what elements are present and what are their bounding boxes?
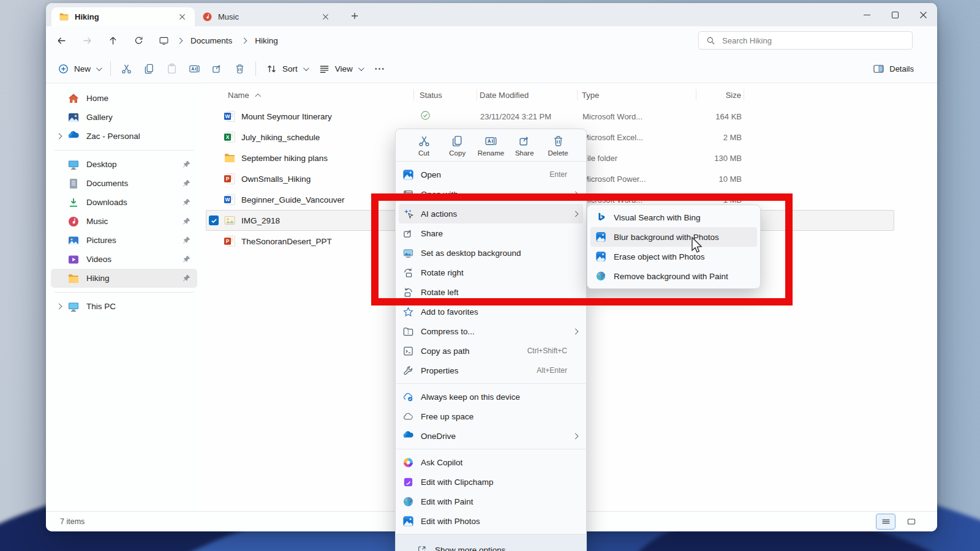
tab-close-icon[interactable] — [318, 10, 332, 24]
submenu-item-blur-background-with-photos[interactable]: Blur background with Photos — [590, 227, 757, 247]
sidebar-item-pictures[interactable]: Pictures — [51, 231, 197, 250]
column-header-size[interactable]: Size — [698, 91, 741, 100]
sidebar-item-hiking[interactable]: Hiking — [51, 269, 197, 288]
quick-action-delete[interactable]: Delete — [545, 135, 571, 157]
toolbar-button-rename[interactable] — [183, 58, 206, 79]
chevron-down-icon — [303, 65, 309, 71]
menu-item-edit-with-paint[interactable]: Edit with Paint — [399, 492, 583, 511]
sidebar-item-this-pc[interactable]: This PC — [51, 297, 197, 316]
separator — [55, 150, 194, 151]
toolbar-button-share[interactable] — [206, 58, 228, 79]
column-header-status[interactable]: Status — [420, 91, 480, 100]
back-button[interactable] — [51, 31, 72, 50]
toolbar-button-new[interactable]: New — [52, 58, 106, 79]
quick-action-rename[interactable]: Rename — [478, 135, 505, 157]
separator — [396, 383, 586, 384]
sidebar-item-music[interactable]: Music — [51, 212, 197, 231]
menu-item-rotate-right[interactable]: Rotate right — [399, 263, 583, 282]
separator — [396, 449, 586, 449]
menu-item-properties[interactable]: Properties Alt+Enter — [399, 361, 583, 380]
column-divider[interactable] — [696, 89, 696, 100]
file-row-mount-seymour-itinerary[interactable]: W Mount Seymour Itinerary 23/11/2024 3:2… — [206, 106, 898, 127]
menu-item-compress-to[interactable]: Compress to... — [399, 321, 583, 341]
sidebar-item-gallery[interactable]: Gallery — [51, 108, 197, 127]
menu-item-share[interactable]: Share — [399, 223, 583, 243]
column-divider[interactable] — [477, 89, 477, 100]
submenu-chevron-icon — [573, 328, 579, 334]
folder-icon — [224, 152, 236, 164]
menu-item-copy-as-path[interactable]: Copy as path Ctrl+Shift+C — [399, 341, 583, 361]
minimize-button[interactable] — [853, 4, 881, 25]
toolbar-button-see-more[interactable] — [368, 58, 391, 79]
column-header-type[interactable]: Type — [582, 91, 698, 100]
submenu-item-visual-search-with-bing[interactable]: Visual Search with Bing — [590, 208, 757, 227]
breadcrumb-item[interactable]: Documents — [189, 35, 233, 47]
toolbar-button-paste[interactable] — [160, 58, 183, 79]
monitor-icon — [67, 301, 80, 313]
search-box — [698, 31, 913, 50]
chevron-right-icon[interactable] — [56, 304, 62, 310]
folder-icon — [59, 12, 69, 22]
quick-action-share[interactable]: Share — [511, 135, 538, 157]
up-button[interactable] — [102, 31, 123, 50]
menu-item-free-up-space[interactable]: Free up space — [399, 407, 583, 426]
breadcrumb-item[interactable]: Hiking — [254, 35, 279, 47]
menu-item-ai-actions[interactable]: AI actions — [399, 204, 583, 223]
menu-item-edit-with-clipchamp[interactable]: Edit with Clipchamp — [399, 472, 583, 492]
column-header-name[interactable]: Name — [202, 91, 420, 100]
sidebar-item-documents[interactable]: Documents — [51, 174, 197, 193]
maximize-button[interactable] — [881, 4, 909, 25]
trash-icon — [552, 135, 565, 148]
sort-ascending-icon — [255, 93, 261, 99]
search-input[interactable] — [721, 36, 912, 46]
menu-item-edit-with-photos[interactable]: Edit with Photos — [399, 511, 583, 531]
refresh-button[interactable] — [128, 31, 149, 50]
toolbar-button-sort[interactable]: Sort — [260, 58, 313, 79]
submenu-item-erase-object-with-photos[interactable]: Erase object with Photos — [590, 247, 757, 266]
menu-item-add-to-favorites[interactable]: Add to favorites — [399, 302, 583, 321]
menu-item-set-as-desktop-background[interactable]: Set as desktop background — [399, 243, 583, 263]
sidebar-item-downloads[interactable]: Downloads — [51, 193, 197, 212]
details-view-button[interactable] — [876, 514, 895, 530]
forward-button[interactable] — [77, 31, 97, 50]
toolbar-button-view[interactable]: View — [313, 58, 368, 79]
menu-item-onedrive[interactable]: OneDrive — [399, 426, 583, 446]
menu-item-rotate-left[interactable]: Rotate left — [399, 282, 583, 302]
menu-item-open[interactable]: Open Enter — [399, 165, 583, 184]
quick-action-cut[interactable]: Cut — [410, 135, 437, 157]
toolbar-button-copy[interactable] — [138, 58, 160, 79]
toolbar-button-delete[interactable] — [228, 58, 251, 79]
large-icons-view-button[interactable] — [902, 514, 921, 530]
menu-item-open-with[interactable]: Open with — [399, 184, 583, 204]
tab-hiking[interactable]: Hiking — [51, 7, 195, 26]
word-icon: W — [224, 110, 236, 122]
copy-icon — [451, 135, 464, 148]
column-header-date-modified[interactable]: Date Modified — [480, 91, 582, 100]
folder-icon — [67, 272, 80, 285]
location-icon[interactable] — [159, 36, 169, 46]
toolbar-button-cut[interactable] — [115, 58, 138, 79]
list-view-icon — [881, 517, 891, 527]
column-divider[interactable] — [413, 89, 414, 100]
column-headers: Name Status Date Modified Type Size — [202, 85, 937, 105]
column-divider[interactable] — [577, 89, 578, 100]
new-tab-button[interactable] — [347, 8, 363, 24]
close-button[interactable] — [909, 4, 937, 25]
sidebar-item-home[interactable]: Home — [51, 89, 197, 108]
column-divider[interactable] — [744, 89, 744, 100]
tab-music[interactable]: Music — [195, 7, 338, 26]
quick-action-copy[interactable]: Copy — [444, 135, 471, 157]
menu-item-ask-copilot[interactable]: Ask Copilot — [399, 452, 583, 472]
sidebar-item-zac-personal[interactable]: Zac - Personal — [51, 127, 197, 146]
view-toggles — [876, 514, 921, 530]
chevron-right-icon[interactable] — [56, 133, 62, 140]
submenu-item-remove-background-with-paint[interactable]: Remove background with Paint — [590, 266, 757, 286]
tab-close-icon[interactable] — [175, 10, 189, 24]
rename-icon — [189, 63, 200, 75]
menu-item-always-keep-on-this-device[interactable]: Always keep on this device — [399, 387, 583, 407]
selected-checkbox[interactable] — [209, 216, 219, 225]
show-more-options-item[interactable]: Show more options — [396, 534, 586, 551]
details-pane-button[interactable]: Details — [873, 59, 914, 78]
sidebar-item-videos[interactable]: Videos — [51, 250, 197, 269]
sidebar-item-desktop[interactable]: Desktop — [51, 155, 197, 174]
